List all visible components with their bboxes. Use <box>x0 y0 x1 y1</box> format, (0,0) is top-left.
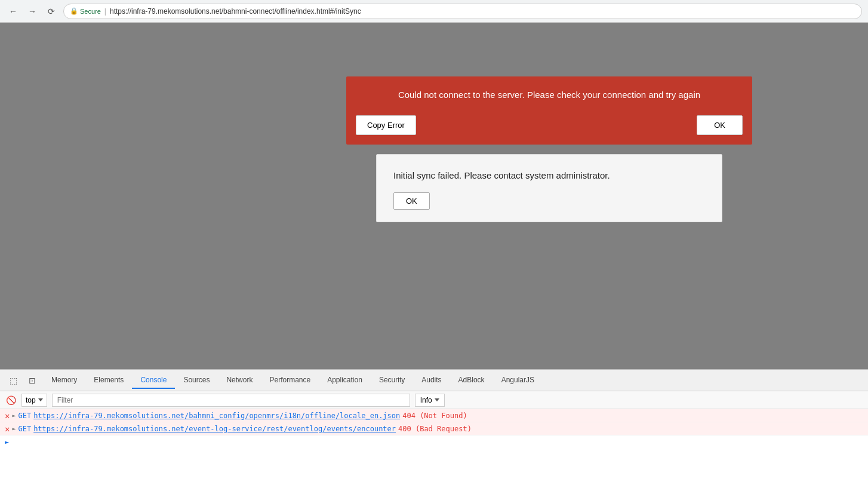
url-display: https://infra-79.mekomsolutions.net/bahm… <box>110 7 361 16</box>
url-2[interactable]: https://infra-79.mekomsolutions.net/even… <box>33 425 396 433</box>
level-dropdown-icon <box>435 398 439 401</box>
tab-sources[interactable]: Sources <box>175 372 218 389</box>
error-icon-1: ✕ <box>5 411 10 421</box>
context-selector[interactable]: top <box>21 394 47 407</box>
secure-badge: 🔒 Secure <box>70 7 101 15</box>
ok-white-button[interactable]: OK <box>393 192 430 210</box>
console-output: ✕ ► GET https://infra-79.mekomsolutions.… <box>0 409 868 494</box>
device-toolbar-button[interactable]: ⊡ <box>24 372 41 389</box>
sync-failed-message: Initial sync failed. Please contact syst… <box>393 169 705 183</box>
browser-chrome: ← → ⟳ 🔒 Secure | https://infra-79.mekoms… <box>0 0 868 23</box>
devtools-panel: ⬚ ⊡ Memory Elements Console Sources Netw… <box>0 369 868 494</box>
tab-console[interactable]: Console <box>132 372 175 389</box>
reload-button[interactable]: ⟳ <box>44 4 59 19</box>
tab-application[interactable]: Application <box>319 372 371 389</box>
url-1[interactable]: https://infra-79.mekomsolutions.net/bahm… <box>33 412 400 420</box>
console-filter-input[interactable] <box>52 394 410 407</box>
ok-red-button[interactable]: OK <box>697 115 743 135</box>
tab-adblock[interactable]: AdBlock <box>450 372 493 389</box>
console-toolbar: 🚫 top Info <box>0 391 868 409</box>
error-icon-2: ✕ <box>5 424 10 434</box>
tab-network[interactable]: Network <box>218 372 261 389</box>
status-1: 404 (Not Found) <box>402 412 467 420</box>
context-dropdown-icon <box>38 398 43 401</box>
copy-error-button[interactable]: Copy Error <box>356 115 416 135</box>
console-prompt: ► <box>5 438 9 446</box>
method-2: GET <box>18 425 31 433</box>
devtools-tabs-bar: ⬚ ⊡ Memory Elements Console Sources Netw… <box>0 370 868 391</box>
tab-performance[interactable]: Performance <box>261 372 319 389</box>
console-row-2: ✕ ► GET https://infra-79.mekomsolutions.… <box>0 422 868 435</box>
tab-angularjs[interactable]: AngularJS <box>493 372 543 389</box>
connection-error-message: Could not connect to the server. Please … <box>346 76 752 111</box>
console-input-row[interactable]: ► <box>0 435 868 449</box>
tab-security[interactable]: Security <box>371 372 413 389</box>
connection-error-dialog: Could not connect to the server. Please … <box>346 76 752 145</box>
inspect-element-button[interactable]: ⬚ <box>5 372 21 389</box>
sync-failed-dialog: Initial sync failed. Please contact syst… <box>376 154 722 222</box>
forward-button[interactable]: → <box>25 4 39 19</box>
status-2: 400 (Bad Request) <box>398 425 472 433</box>
console-row-1: ✕ ► GET https://infra-79.mekomsolutions.… <box>0 409 868 422</box>
tab-elements[interactable]: Elements <box>85 372 132 389</box>
log-level-selector[interactable]: Info <box>415 394 445 407</box>
tab-audits[interactable]: Audits <box>413 372 450 389</box>
method-1: GET <box>18 412 31 420</box>
expand-arrow-1[interactable]: ► <box>12 412 16 419</box>
tab-memory[interactable]: Memory <box>43 372 85 389</box>
address-bar[interactable]: 🔒 Secure | https://infra-79.mekomsolutio… <box>63 4 862 19</box>
expand-arrow-2[interactable]: ► <box>12 425 16 432</box>
clear-console-button[interactable]: 🚫 <box>5 394 17 406</box>
page-content: Could not connect to the server. Please … <box>0 23 868 369</box>
back-button[interactable]: ← <box>6 4 20 19</box>
